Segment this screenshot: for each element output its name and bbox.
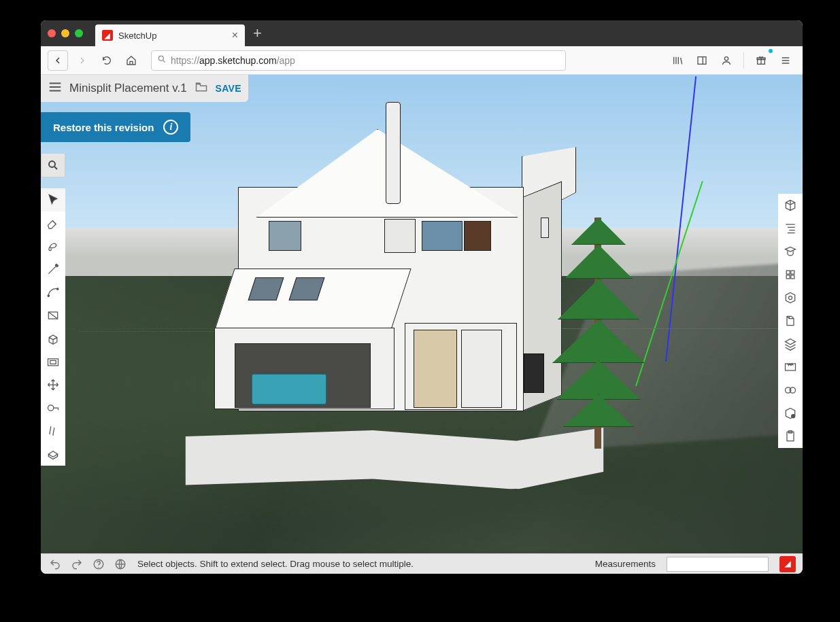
materials-panel[interactable] xyxy=(778,309,803,332)
folder-icon[interactable] xyxy=(194,80,209,97)
undo-button[interactable] xyxy=(48,557,63,572)
new-tab-button[interactable]: + xyxy=(245,24,270,42)
section-tool[interactable] xyxy=(41,443,65,466)
search-icon xyxy=(157,54,167,66)
tape-tool[interactable] xyxy=(41,396,65,419)
3d-viewport[interactable] xyxy=(41,75,803,553)
browser-tab-bar: ◢ SketchUp × + xyxy=(41,20,803,46)
tree-model xyxy=(544,177,653,462)
instructor-panel[interactable] xyxy=(778,240,803,263)
reload-button[interactable] xyxy=(97,50,117,71)
svg-point-7 xyxy=(56,288,58,290)
whatsnew-icon[interactable] xyxy=(751,50,771,71)
svg-point-6 xyxy=(48,295,50,297)
rectangle-tool[interactable] xyxy=(41,304,65,327)
document-title: Minisplit Placement v.1 xyxy=(69,82,187,95)
svg-rect-1 xyxy=(698,56,706,64)
display-panel[interactable] xyxy=(778,379,803,402)
walk-tool[interactable] xyxy=(41,419,65,443)
sketchup-favicon: ◢ xyxy=(102,30,113,41)
warehouse-panel[interactable] xyxy=(778,286,803,309)
pushpull-tool[interactable] xyxy=(41,327,65,350)
right-toolbar xyxy=(778,194,803,448)
eraser-tool[interactable] xyxy=(41,211,65,235)
svg-point-2 xyxy=(724,56,728,60)
svg-point-5 xyxy=(49,161,55,167)
status-bar: Select objects. Shift to extend select. … xyxy=(41,553,803,574)
back-button[interactable] xyxy=(48,50,68,71)
minimize-window-button[interactable] xyxy=(61,29,69,37)
measurements-label: Measurements xyxy=(595,559,656,569)
help-button[interactable] xyxy=(91,557,106,572)
line-tool[interactable] xyxy=(41,258,65,281)
library-icon[interactable] xyxy=(667,50,688,71)
restore-label: Restore this revision xyxy=(53,122,154,133)
search-tool-button[interactable] xyxy=(41,153,65,177)
address-bar[interactable]: https://app.sketchup.com/app xyxy=(151,50,566,71)
svg-point-16 xyxy=(792,415,795,418)
arc-tool[interactable] xyxy=(41,281,65,304)
sketchup-logo-icon[interactable]: ◢ xyxy=(779,556,796,572)
tab-close-icon[interactable]: × xyxy=(232,29,238,41)
maximize-window-button[interactable] xyxy=(75,29,83,37)
tab-title: SketchUp xyxy=(118,31,156,41)
svg-rect-9 xyxy=(48,359,58,366)
left-toolbar xyxy=(41,153,65,466)
window-controls xyxy=(48,29,83,37)
model-info-panel[interactable] xyxy=(778,194,803,217)
move-tool[interactable] xyxy=(41,373,65,396)
select-tool[interactable] xyxy=(41,188,65,211)
scenes-panel[interactable] xyxy=(778,356,803,379)
close-window-button[interactable] xyxy=(48,29,56,37)
browser-toolbar: https://app.sketchup.com/app xyxy=(41,46,803,75)
measurements-input[interactable] xyxy=(667,557,769,572)
status-hint: Select objects. Shift to extend select. … xyxy=(137,559,414,569)
account-icon[interactable] xyxy=(716,50,737,71)
info-icon[interactable]: i xyxy=(163,120,178,135)
browser-window: ◢ SketchUp × + https://app.sketchup.com/… xyxy=(41,20,803,574)
svg-point-11 xyxy=(48,405,54,411)
menu-icon[interactable] xyxy=(775,50,796,71)
layers-panel[interactable] xyxy=(778,332,803,356)
svg-point-12 xyxy=(789,296,792,300)
outliner-panel[interactable] xyxy=(778,217,803,240)
sidebar-icon[interactable] xyxy=(692,50,712,71)
svg-point-20 xyxy=(98,566,99,568)
browser-tab[interactable]: ◢ SketchUp × xyxy=(95,24,245,46)
app-header: Minisplit Placement v.1 SAVE xyxy=(41,75,248,102)
clipboard-panel[interactable] xyxy=(778,425,803,448)
home-button[interactable] xyxy=(121,50,141,71)
forward-button[interactable] xyxy=(72,50,93,71)
components-panel[interactable] xyxy=(778,263,803,286)
language-button[interactable] xyxy=(113,557,128,572)
shadows-panel[interactable] xyxy=(778,402,803,425)
menu-button[interactable] xyxy=(48,80,63,97)
save-button[interactable]: SAVE xyxy=(216,83,241,94)
svg-point-0 xyxy=(158,56,163,61)
redo-button[interactable] xyxy=(69,557,84,572)
restore-revision-banner[interactable]: Restore this revision i xyxy=(41,112,190,142)
svg-rect-10 xyxy=(50,360,56,364)
paint-tool[interactable] xyxy=(41,235,65,258)
url-text: https://app.sketchup.com/app xyxy=(171,55,295,66)
offset-tool[interactable] xyxy=(41,350,65,373)
